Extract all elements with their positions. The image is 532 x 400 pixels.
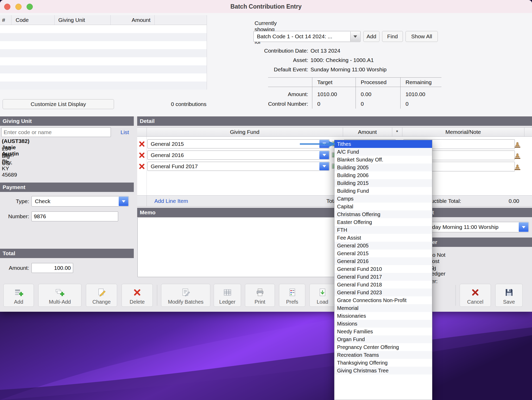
giving-unit-section-header: Giving Unit (0, 116, 134, 126)
annotation-arrow-icon (299, 139, 337, 149)
fund-option[interactable]: General 2005 (334, 242, 432, 249)
summary-column-remaining: Remaining (406, 78, 432, 86)
add-icon (14, 288, 23, 298)
giving-fund-dropdown-menu: Tithes A/C Fund Blanket Sunday Off. Buil… (334, 140, 432, 400)
toolbar-save-button[interactable]: Save (495, 284, 523, 307)
multi-add-icon (55, 288, 64, 298)
column-star[interactable]: * (392, 128, 402, 136)
save-icon (505, 288, 514, 298)
fund-option[interactable]: Pregnancy Center Offering (334, 343, 432, 351)
chevron-down-icon (519, 222, 528, 232)
toolbar-add-button[interactable]: Add (3, 284, 34, 307)
summary-control-target: 0 (317, 100, 320, 108)
toolbar-prefs-button[interactable]: Prefs (279, 284, 305, 307)
fund-option[interactable]: Giving Christmas Tree (334, 367, 432, 374)
desktop: Batch Contribution Entry # Code Giving U… (0, 0, 532, 400)
fund-option[interactable]: Grace Connections Non-Profit (334, 296, 432, 304)
delete-x-icon (138, 140, 145, 148)
giving-unit-search-input[interactable] (1, 127, 111, 137)
contribution-date-label: Contribution Date: (235, 47, 308, 55)
contribution-list-row (0, 41, 207, 49)
contribution-list-row (0, 33, 207, 41)
memorial-stamp-button[interactable] (513, 141, 522, 149)
show-all-button[interactable]: Show All (406, 31, 438, 42)
fund-option[interactable]: Capital (334, 203, 432, 210)
fund-option[interactable]: Building 2006 (334, 171, 432, 179)
fund-option[interactable]: Easter Offering (334, 218, 432, 226)
fund-option[interactable]: Building Fund (334, 187, 432, 195)
add-line-item-link[interactable]: Add Line Item (154, 196, 188, 206)
event-select[interactable]: Sunday Morning 11:00 Worship (419, 222, 529, 232)
summary-amount-processed: 0.00 (361, 90, 371, 98)
giving-fund-select[interactable]: General 2016 (147, 151, 330, 160)
column-giving-unit[interactable]: Giving Unit (58, 15, 108, 25)
fund-option[interactable]: Organ Fund (334, 335, 432, 343)
toolbar-modify-batches-button[interactable]: Modify Batches (161, 284, 210, 307)
column-memorial-note[interactable]: Memorial/Note (402, 128, 524, 136)
giving-fund-value: General 2015 (151, 140, 184, 148)
payment-type-select[interactable]: Check (31, 196, 129, 207)
toolbar-print-button[interactable]: Print (245, 284, 275, 307)
column-giving-fund[interactable]: Giving Fund (147, 128, 343, 136)
column-amount[interactable]: Amount (343, 128, 392, 136)
fund-option[interactable]: A/C Fund (334, 148, 432, 156)
summary-table-line (268, 87, 441, 87)
summary-table-line (356, 77, 356, 109)
fund-option[interactable]: Fee Assist (334, 234, 432, 242)
fund-option[interactable]: Thanksgiving Offering (334, 359, 432, 367)
delete-line-button[interactable] (137, 151, 147, 160)
fund-option[interactable]: Memorial (334, 304, 432, 312)
customize-list-display-button[interactable]: Customize List Display (3, 99, 114, 109)
total-amount-input[interactable] (31, 263, 73, 273)
add-batch-button[interactable]: Add (363, 31, 379, 42)
find-batch-button[interactable]: Find (382, 31, 403, 42)
payment-number-input[interactable] (31, 211, 118, 221)
fund-option[interactable]: Camps (334, 195, 432, 203)
delete-line-button[interactable] (137, 139, 147, 148)
toolbar-button-label: Add (14, 299, 23, 305)
toolbar-multi-add-button[interactable]: Multi-Add (38, 284, 81, 307)
toolbar-load-button[interactable]: Load (309, 284, 335, 307)
delete-line-button[interactable] (137, 162, 147, 171)
fund-option[interactable]: Christmas Offering (334, 210, 432, 218)
cancel-icon (471, 288, 480, 298)
fund-option[interactable]: General Fund 2010 (334, 265, 432, 273)
fund-option[interactable]: Blanket Sunday Off. (334, 156, 432, 164)
fund-option[interactable]: Building 2015 (334, 179, 432, 187)
toolbar-change-button[interactable]: Change (86, 284, 117, 307)
fund-option[interactable]: Recreation Teams (334, 351, 432, 359)
fund-option[interactable]: General Fund 2023 (334, 289, 432, 296)
asset-label: Asset: (235, 56, 308, 64)
fund-option[interactable]: General Fund 2017 (334, 273, 432, 281)
fund-option[interactable]: Missions (334, 320, 432, 328)
fund-option[interactable]: General Fund 2018 (334, 281, 432, 289)
fund-option[interactable]: General 2016 (334, 257, 432, 265)
toolbar-button-label: Delete (130, 299, 145, 305)
default-event-value: Sunday Morning 11:00 Worship (311, 66, 441, 73)
giving-unit-list-link[interactable]: List (121, 129, 129, 135)
toolbar-cancel-button[interactable]: Cancel (460, 284, 491, 307)
memorial-stamp-button[interactable] (513, 152, 522, 160)
fund-option[interactable]: Building 2005 (334, 164, 432, 171)
deductible-total-value: 0.00 (460, 196, 519, 206)
toolbar-ledger-button[interactable]: Ledger (214, 284, 241, 307)
contribution-list-row (0, 65, 207, 73)
column-code[interactable]: Code (16, 15, 52, 25)
asset-value: 1000: Checking - 1000.A1 (311, 56, 441, 64)
toolbar-button-label: Modify Batches (168, 299, 204, 305)
delete-x-icon (138, 152, 145, 159)
fund-option[interactable]: Missionaries (334, 312, 432, 320)
fund-option[interactable]: FTH (334, 226, 432, 234)
column-amount[interactable]: Amount (112, 15, 150, 25)
toolbar-delete-button[interactable]: Delete (122, 284, 153, 307)
batch-select[interactable]: Batch Code 1 - Oct 14 2024: ... (254, 31, 360, 42)
delete-icon (133, 288, 142, 298)
giving-fund-select[interactable]: General Fund 2017 (147, 162, 330, 171)
column-number[interactable]: # (2, 15, 10, 25)
memorial-stamp-button[interactable] (513, 163, 522, 172)
fund-option[interactable]: General 2015 (334, 249, 432, 257)
print-icon (256, 288, 264, 298)
fund-option[interactable]: Tithes (334, 140, 432, 148)
event-section-header: Event (416, 208, 532, 217)
fund-option[interactable]: Needy Families (334, 328, 432, 335)
